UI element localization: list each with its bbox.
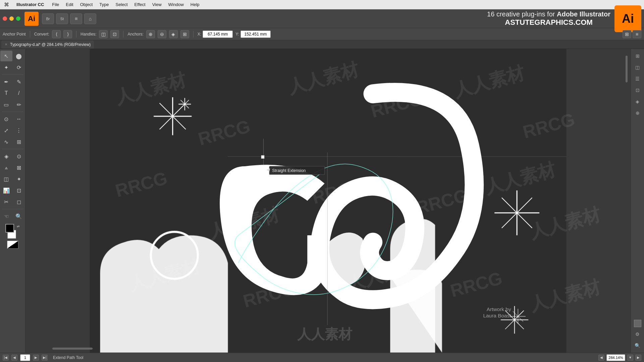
nav-last-btn[interactable]: ▶| [42, 355, 48, 361]
active-tab[interactable]: ✕ Typography-d.ai* @ 284.14% (RGB/Previe… [1, 41, 94, 49]
free-transform-btn[interactable]: ⊞ [13, 136, 25, 147]
reflect-tool-btn[interactable]: ↔ [13, 114, 25, 124]
scissors-btn[interactable]: ✂ [0, 196, 12, 207]
swap-colors-btn[interactable]: ⇄ [17, 225, 19, 228]
eraser-btn[interactable]: ◻ [13, 196, 25, 207]
bridge-button[interactable]: Br [42, 13, 54, 24]
tool-sep-4 [2, 209, 23, 209]
menu-window[interactable]: Window [165, 0, 187, 9]
title-apps: Br St ⊞ ⌂ [42, 13, 96, 24]
menu-file[interactable]: File [49, 0, 62, 9]
menu-edit[interactable]: Edit [62, 0, 76, 9]
menu-illustrator[interactable]: Illustrator CC [13, 0, 47, 9]
close-button[interactable] [3, 16, 7, 21]
tab-close-btn[interactable]: ✕ [5, 43, 7, 46]
anchors-btn-1[interactable]: ⊕ [146, 30, 155, 38]
magic-wand-tool-btn[interactable]: ✦ [0, 62, 12, 73]
horizontal-scrollbar[interactable] [25, 347, 625, 350]
convert-btn-1[interactable]: ⟨ [52, 30, 61, 38]
right-panel-btn-8[interactable]: 🔍 [633, 341, 643, 351]
menu-view[interactable]: View [149, 0, 165, 9]
scrollbar-thumb-v[interactable] [626, 56, 628, 82]
maximize-button[interactable] [16, 16, 20, 21]
scale-tool-btn[interactable]: ⤢ [0, 125, 12, 136]
rotate-tool-btn[interactable]: ⊙ [0, 114, 12, 124]
live-paint-btn[interactable]: ⊙ [13, 151, 25, 162]
right-panel-btn-5[interactable]: ◈ [633, 97, 643, 107]
pen-tool-btn[interactable]: ✒ [0, 76, 12, 87]
menu-help[interactable]: Help [187, 0, 203, 9]
zoom-tool-btn[interactable]: 🔍 [13, 211, 25, 222]
right-panel-btn-1[interactable]: ⊞ [633, 51, 643, 61]
right-panel-btn-6[interactable]: ⊕ [633, 108, 643, 118]
workspace-button[interactable]: ⊞ [70, 13, 82, 24]
foreground-color-swatch[interactable] [5, 224, 14, 233]
artwork-svg: 人人素材 RRCG 人人素材 RRCG 人人素材 RRCG RRCG 人人素材 … [25, 49, 631, 353]
toolbar-sep-4 [193, 31, 194, 38]
y-input[interactable] [240, 31, 271, 38]
perspective-btn[interactable]: ⟁ [0, 162, 12, 173]
right-panel-btn-3[interactable]: ☰ [633, 74, 643, 84]
blend-tool-btn[interactable]: ⊡ [13, 185, 25, 196]
vertical-scrollbar[interactable] [625, 49, 628, 353]
minimize-button[interactable] [9, 16, 14, 21]
convert-btn-2[interactable]: ⟩ [63, 30, 72, 38]
right-panel-btn-4[interactable]: ⊡ [633, 85, 643, 95]
nav-prev-btn[interactable]: ◀ [11, 355, 17, 361]
anchors-btn-2[interactable]: ⊖ [158, 30, 166, 38]
apple-menu[interactable]: ⌘ [4, 2, 9, 8]
lasso-tool-btn[interactable]: ⟳ [13, 62, 25, 73]
zoom-input[interactable] [606, 354, 625, 361]
home-button[interactable]: ⌂ [84, 13, 96, 24]
panel-btn-1[interactable]: ⊞ [623, 30, 631, 38]
color-fill-indicator[interactable] [634, 320, 641, 327]
tool-sep-2 [2, 112, 23, 112]
type-tool-btn[interactable]: T [0, 88, 12, 99]
zoom-dropdown-btn[interactable]: ▼ [627, 355, 633, 361]
handles-btn-2[interactable]: ⊡ [110, 30, 119, 38]
shape-builder-btn[interactable]: ◈ [0, 151, 12, 162]
right-panel-btn-7[interactable]: ⚙ [633, 329, 643, 339]
artboard-input[interactable] [20, 354, 30, 361]
x-label: X: [198, 32, 201, 37]
width-tool-btn[interactable]: ⋮ [13, 125, 25, 136]
zoom-out-btn[interactable]: ◀ [598, 355, 604, 361]
handles-btn-1[interactable]: ◫ [99, 30, 108, 38]
direct-selection-tool-btn[interactable]: ⬤ [13, 51, 25, 61]
hand-tool-btn[interactable]: ☜ [0, 211, 12, 222]
zoom-in-btn[interactable]: ▶ [635, 355, 641, 361]
eyedropper-btn[interactable]: ✦ [13, 174, 25, 184]
y-label: Y: [235, 32, 239, 37]
x-input[interactable] [203, 31, 233, 38]
menu-object[interactable]: Object [77, 0, 96, 9]
anchors-btn-3[interactable]: ◈ [169, 30, 178, 38]
pencil-tool-btn[interactable]: ✏ [13, 99, 25, 110]
mesh-tool-btn[interactable]: ⊠ [13, 162, 25, 173]
graph-tool-btn[interactable]: 📊 [0, 185, 12, 196]
line-tool-btn[interactable]: / [13, 88, 25, 99]
panel-btn-2[interactable]: ≡ [633, 30, 641, 38]
none-swatch[interactable] [7, 241, 18, 249]
main-layout: ↖ ⬤ ✦ ⟳ ✒ ✎ T / ▭ ✏ ⊙ ↔ ⤢ ⋮ ∿ [0, 49, 644, 353]
color-swatch-area: ⇄ [5, 224, 20, 239]
svg-text:Straight Extension: Straight Extension [272, 168, 306, 173]
gradient-tool-btn[interactable]: ◫ [0, 174, 12, 184]
promo-area: 16 creative plug-ins for Adobe Illustrat… [487, 5, 641, 32]
nav-first-btn[interactable]: |◀ [3, 355, 9, 361]
tool-status-label: Extend Path Tool [53, 355, 84, 360]
menu-effect[interactable]: Effect [131, 0, 149, 9]
right-panel-btn-2[interactable]: ◫ [633, 62, 643, 72]
warp-tool-btn[interactable]: ∿ [0, 136, 12, 147]
menu-select[interactable]: Select [112, 0, 131, 9]
rect-tool-btn[interactable]: ▭ [0, 99, 12, 110]
nav-next-btn[interactable]: ▶ [33, 355, 39, 361]
right-panel: ⊞ ◫ ☰ ⊡ ◈ ⊕ ⚙ 🔍 [631, 49, 644, 353]
stock-button[interactable]: St [56, 13, 68, 24]
menu-type[interactable]: Type [96, 0, 112, 9]
scrollbar-thumb-h[interactable] [52, 348, 93, 350]
add-anchor-btn[interactable]: ✎ [13, 76, 25, 87]
anchors-btn-4[interactable]: ⊞ [180, 30, 189, 38]
bottombar: |◀ ◀ ▶ ▶| Extend Path Tool ◀ ▼ ▶ [0, 353, 644, 362]
anchors-label: Anchors: [127, 32, 143, 37]
selection-tool-btn[interactable]: ↖ [0, 51, 12, 61]
